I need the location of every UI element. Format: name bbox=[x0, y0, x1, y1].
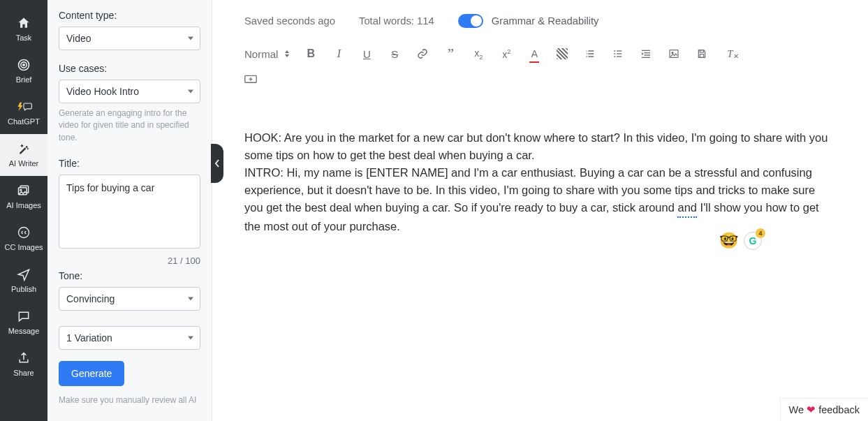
nav-ai-writer[interactable]: AI Writer bbox=[0, 134, 47, 176]
send-icon bbox=[15, 267, 32, 282]
document-body[interactable]: HOOK: Are you in the market for a new ca… bbox=[244, 100, 836, 235]
nav-label: Task bbox=[16, 34, 32, 42]
svg-rect-14 bbox=[645, 52, 651, 53]
intro-label: INTRO: bbox=[244, 166, 287, 179]
underline-button[interactable]: U bbox=[360, 46, 373, 61]
use-cases-label: Use cases: bbox=[59, 63, 200, 74]
save-button[interactable] bbox=[696, 46, 708, 61]
nav-publish[interactable]: Publish bbox=[0, 260, 47, 302]
cc-icon bbox=[15, 225, 32, 240]
svg-point-18 bbox=[672, 52, 673, 54]
assistant-badges: 🤓 G 4 bbox=[719, 232, 762, 250]
message-icon bbox=[15, 309, 32, 324]
home-icon bbox=[15, 15, 32, 31]
ordered-list-button[interactable] bbox=[584, 46, 596, 61]
saved-status: Saved seconds ago bbox=[244, 15, 335, 27]
subscript-button[interactable]: x2 bbox=[472, 46, 485, 61]
link-icon bbox=[417, 48, 428, 59]
share-icon bbox=[15, 350, 32, 366]
nav-ai-images[interactable]: AI Images bbox=[0, 176, 47, 218]
content-type-label: Content type: bbox=[59, 10, 200, 21]
target-icon bbox=[15, 57, 32, 73]
nav-label: CC Images bbox=[4, 243, 43, 251]
svg-rect-10 bbox=[617, 50, 621, 51]
highlight-icon bbox=[557, 48, 568, 59]
image-button[interactable] bbox=[668, 46, 680, 61]
superscript-button[interactable]: x2 bbox=[500, 46, 513, 61]
italic-icon: I bbox=[337, 47, 341, 60]
editor-toolbar: Normal B I U S ” x2 x2 A T✕ bbox=[244, 36, 836, 100]
nav-share[interactable]: Share bbox=[0, 344, 47, 385]
clear-format-button[interactable]: T✕ bbox=[723, 46, 736, 61]
quote-button[interactable]: ” bbox=[444, 46, 457, 61]
highlight-button[interactable] bbox=[556, 46, 568, 61]
grammar-toggle-label: Grammar & Readability bbox=[492, 15, 599, 27]
nav-task[interactable]: Task bbox=[0, 8, 47, 50]
word-count: Total words: 114 bbox=[359, 15, 434, 27]
title-input[interactable]: Tips for buying a car bbox=[59, 175, 200, 249]
svg-rect-15 bbox=[645, 54, 651, 55]
tone-label: Tone: bbox=[59, 270, 200, 281]
nav-label: Message bbox=[8, 327, 40, 335]
clear-format-icon: T✕ bbox=[727, 48, 733, 60]
grammar-toggle[interactable] bbox=[458, 14, 483, 28]
tone-select[interactable]: Convincing bbox=[59, 287, 200, 311]
text-color-button[interactable]: A bbox=[528, 46, 540, 61]
quote-icon: ” bbox=[448, 50, 454, 57]
ordered-list-icon bbox=[584, 48, 596, 59]
italic-button[interactable]: I bbox=[332, 46, 345, 61]
nav-label: Brief bbox=[16, 75, 32, 84]
grammarly-badge[interactable]: G 4 bbox=[744, 232, 762, 250]
use-case-select[interactable]: Video Hook Intro bbox=[59, 80, 200, 103]
updown-icon bbox=[285, 50, 289, 57]
hook-text: Are you in the market for a new car but … bbox=[244, 131, 827, 161]
svg-point-5 bbox=[20, 189, 22, 191]
nav-chatgpt[interactable]: ChatGPT bbox=[0, 92, 47, 134]
editor-area: Saved seconds ago Total words: 114 Gramm… bbox=[212, 0, 868, 421]
nav-message[interactable]: Message bbox=[0, 302, 47, 344]
content-type-select[interactable]: Video bbox=[59, 27, 200, 50]
svg-point-9 bbox=[615, 56, 616, 57]
nav-brief[interactable]: Brief bbox=[0, 50, 47, 92]
variation-select[interactable]: 1 Variation bbox=[59, 326, 200, 350]
chevron-left-icon bbox=[214, 158, 221, 168]
strikethrough-button[interactable]: S bbox=[388, 46, 401, 61]
add-block-button[interactable] bbox=[244, 73, 836, 88]
nav-cc-images[interactable]: CC Images bbox=[0, 218, 47, 260]
indent-button[interactable] bbox=[640, 46, 652, 61]
nav-label: ChatGPT bbox=[8, 117, 40, 126]
editor-topbar: Saved seconds ago Total words: 114 Gramm… bbox=[244, 0, 836, 36]
link-button[interactable] bbox=[416, 46, 429, 61]
subscript-icon: x2 bbox=[474, 47, 483, 61]
save-icon bbox=[696, 48, 707, 59]
svg-rect-19 bbox=[700, 50, 704, 52]
svg-point-2 bbox=[23, 64, 25, 66]
indent-icon bbox=[640, 48, 652, 59]
settings-panel: Content type: Video Use cases: Video Hoo… bbox=[47, 0, 212, 421]
heart-icon: ❤ bbox=[807, 404, 816, 415]
unordered-list-button[interactable] bbox=[612, 46, 624, 61]
nav-label: AI Writer bbox=[9, 159, 39, 168]
text-color-icon: A bbox=[531, 48, 538, 59]
nav-label: AI Images bbox=[6, 201, 41, 209]
superscript-icon: x2 bbox=[502, 48, 510, 60]
grammarly-count: 4 bbox=[756, 228, 765, 238]
emoji-badge[interactable]: 🤓 bbox=[719, 232, 738, 250]
use-case-hint: Generate an engaging intro for the video… bbox=[59, 108, 200, 144]
paragraph-format-select[interactable]: Normal bbox=[244, 48, 289, 60]
collapse-panel-button[interactable] bbox=[211, 144, 223, 183]
intro-spellmark[interactable]: and bbox=[677, 199, 697, 218]
svg-rect-13 bbox=[642, 50, 650, 51]
app-root: Task Brief ChatGPT AI Writer AI Images bbox=[0, 0, 868, 421]
bold-icon: B bbox=[307, 47, 316, 60]
bold-button[interactable]: B bbox=[304, 46, 317, 61]
nav-label: Publish bbox=[11, 285, 36, 293]
underline-icon: U bbox=[363, 48, 371, 60]
title-counter: 21 / 100 bbox=[59, 256, 200, 266]
generate-button[interactable]: Generate bbox=[59, 361, 124, 386]
svg-rect-11 bbox=[617, 53, 621, 54]
hook-label: HOOK: bbox=[244, 131, 284, 144]
feedback-button[interactable]: We ❤ feedback bbox=[780, 398, 868, 421]
svg-point-7 bbox=[615, 50, 616, 52]
svg-point-8 bbox=[615, 53, 616, 54]
